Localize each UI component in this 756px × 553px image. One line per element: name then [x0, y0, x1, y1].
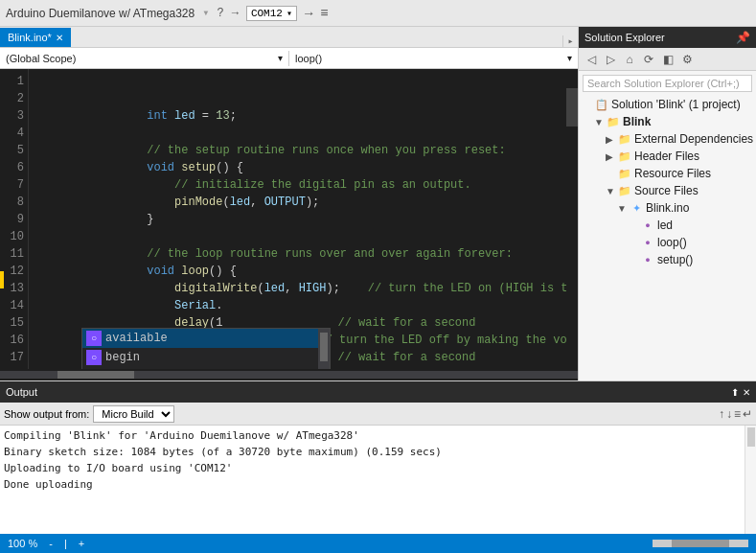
symbol-icon: ● — [640, 252, 655, 267]
code-editor-row: 1 2 3 4 5 6 7 8 9 10 11 12 13 14 15 16 1 — [0, 69, 578, 369]
se-collapse-button[interactable]: ◧ — [659, 51, 676, 68]
output-source-dropdown[interactable]: Micro Build — [93, 405, 174, 423]
se-item-led[interactable]: ● led — [579, 217, 756, 234]
se-ext-deps-label: External Dependencies — [634, 132, 753, 146]
port-selector[interactable]: COM12 ▾ — [246, 6, 297, 21]
solution-explorer-title: Solution Explorer — [584, 32, 665, 43]
tab-blink-ino[interactable]: Blink.ino* ✕ — [0, 28, 71, 47]
se-resource-files-label: Resource Files — [634, 167, 711, 180]
scope-left-dropdown[interactable]: (Global Scope) ▾ — [0, 51, 289, 66]
autocomplete-dropdown[interactable]: ○ available ○ begin ○ clearWriteError — [81, 328, 331, 369]
output-source-label: Show output from: — [4, 408, 89, 420]
se-solution-label: Solution 'Blink' (1 project) — [611, 98, 741, 111]
output-header-controls: ⬆ ✕ — [731, 387, 750, 398]
execution-indicator — [0, 271, 4, 288]
solution-explorer-toolbar: ◁ ▷ ⌂ ⟳ ◧ ⚙ — [579, 48, 756, 71]
se-item-solution[interactable]: 📋 Solution 'Blink' (1 project) — [579, 96, 756, 113]
horizontal-scrollbar[interactable] — [0, 369, 578, 380]
autocomplete-scrollbar[interactable] — [318, 329, 330, 369]
scope-bar: (Global Scope) ▾ loop() ▾ — [0, 48, 578, 69]
line-numbers: 1 2 3 4 5 6 7 8 9 10 11 12 13 14 15 16 1 — [0, 69, 29, 369]
output-header: Output ⬆ ✕ — [0, 381, 756, 403]
se-item-blink-ino[interactable]: ▼ ✦ Blink.ino — [579, 199, 756, 217]
output-up-button[interactable]: ↑ — [719, 407, 724, 421]
se-settings-button[interactable]: ⚙ — [678, 51, 696, 68]
se-forward-button[interactable]: ▷ — [602, 51, 619, 68]
output-toolbar-right: ↑ ↓ ≡ ↵ — [719, 407, 752, 421]
main-area: Blink.ino* ✕ ▸ (Global Scope) ▾ loop() ▾ — [0, 27, 756, 380]
method-icon: ○ — [86, 350, 102, 365]
se-item-header-files[interactable]: ▶ 📁 Header Files — [579, 148, 756, 165]
output-pin-icon[interactable]: ⬆ — [731, 387, 739, 398]
output-title: Output — [6, 386, 37, 398]
autocomplete-list: ○ available ○ begin ○ clearWriteError — [82, 329, 330, 369]
status-scroll-thumb — [672, 540, 729, 547]
output-clear-button[interactable]: ≡ — [734, 407, 741, 421]
tab-close-button[interactable]: ✕ — [56, 33, 63, 43]
output-toolbar: Show output from: Micro Build ↑ ↓ ≡ ↵ — [0, 403, 756, 426]
output-wrap-button[interactable]: ↵ — [743, 407, 752, 421]
folder-icon: 📁 — [617, 131, 632, 147]
editor-vertical-scrollbar[interactable] — [566, 69, 578, 369]
zoom-increase-icon[interactable]: + — [79, 538, 84, 549]
autocomplete-item-available[interactable]: ○ available — [82, 329, 330, 348]
upload-icon[interactable]: → — [305, 6, 312, 21]
autocomplete-scroll-thumb — [320, 333, 328, 361]
toolbar-arrow-icon: → — [232, 7, 239, 20]
se-item-source-files[interactable]: ▼ 📁 Source Files — [579, 182, 756, 199]
solution-explorer-search[interactable]: Search Solution Explorer (Ctrl+;) — [583, 75, 752, 92]
se-blink-ino-label: Blink.ino — [646, 201, 689, 215]
port-dropdown-icon[interactable]: ▾ — [286, 8, 292, 19]
toolbar-sep: ▾ — [202, 6, 209, 20]
se-blink-label: Blink — [623, 115, 651, 128]
se-refresh-button[interactable]: ⟳ — [640, 51, 657, 68]
output-close-icon[interactable]: ✕ — [743, 387, 750, 398]
se-led-label: led — [657, 219, 673, 232]
zoom-decrease-icon[interactable]: - — [49, 538, 53, 549]
folder-icon: 📁 — [617, 183, 632, 198]
se-home-button[interactable]: ⌂ — [621, 51, 638, 68]
expand-arrow: ▶ — [606, 151, 617, 162]
expand-arrow: ▶ — [606, 134, 617, 145]
toolbar-help-icon[interactable]: ? — [217, 7, 223, 20]
autocomplete-label: begin — [105, 351, 140, 364]
toolbar-title: Arduino Duemilanove w/ ATmega328 — [6, 7, 195, 20]
se-item-setup[interactable]: ● setup() — [579, 251, 756, 268]
output-scrollbar[interactable] — [745, 426, 756, 534]
se-item-loop[interactable]: ● loop() — [579, 234, 756, 251]
tab-label: Blink.ino* — [8, 32, 52, 43]
output-line: Binary sketch size: 1084 bytes (of a 307… — [4, 444, 741, 460]
expand-arrow: ▼ — [617, 203, 629, 214]
scope-left-arrow: ▾ — [278, 53, 283, 63]
autocomplete-item-clearwriteerror[interactable]: ○ clearWriteError — [82, 367, 330, 369]
folder-icon: 📁 — [617, 149, 632, 164]
autocomplete-item-begin[interactable]: ○ begin — [82, 348, 330, 367]
more-icon[interactable]: ≡ — [320, 6, 328, 21]
autocomplete-label: available — [105, 332, 168, 345]
output-content: Compiling 'Blink' for 'Arduino Duemilano… — [0, 426, 745, 534]
folder-icon: 📁 — [606, 114, 621, 129]
code-editor[interactable]: 1 2 3 4 5 6 7 8 9 10 11 12 13 14 15 16 1 — [0, 69, 578, 369]
scope-right-dropdown[interactable]: loop() ▾ — [289, 51, 578, 66]
se-item-blink[interactable]: ▼ 📁 Blink — [579, 113, 756, 130]
expand-arrow: ▼ — [594, 117, 606, 127]
output-line: Uploading to I/O board using 'COM12' — [4, 460, 741, 476]
port-label: COM12 — [251, 8, 283, 19]
tab-scroll-button[interactable]: ▸ — [562, 35, 578, 47]
output-down-button[interactable]: ↓ — [726, 407, 732, 421]
se-item-resource-files[interactable]: 📁 Resource Files — [579, 165, 756, 182]
se-item-external-deps[interactable]: ▶ 📁 External Dependencies — [579, 130, 756, 148]
search-placeholder: Search Solution Explorer (Ctrl+;) — [587, 78, 740, 89]
code-line: // the setup routine runs once when you … — [36, 125, 570, 142]
code-line: int led = 13; — [36, 90, 570, 107]
zoom-slider[interactable]: | — [64, 538, 67, 549]
output-line: Done uploading — [4, 476, 741, 493]
se-pin-icon[interactable]: 📌 — [736, 31, 750, 44]
status-scrollbar[interactable] — [653, 540, 748, 547]
code-line — [36, 73, 570, 90]
code-content[interactable]: int led = 13; // the setup routine runs … — [29, 69, 578, 369]
se-back-button[interactable]: ◁ — [583, 51, 600, 68]
output-content-area: Compiling 'Blink' for 'Arduino Duemilano… — [0, 426, 756, 534]
se-source-files-label: Source Files — [634, 184, 699, 197]
tab-bar: Blink.ino* ✕ ▸ — [0, 27, 578, 48]
